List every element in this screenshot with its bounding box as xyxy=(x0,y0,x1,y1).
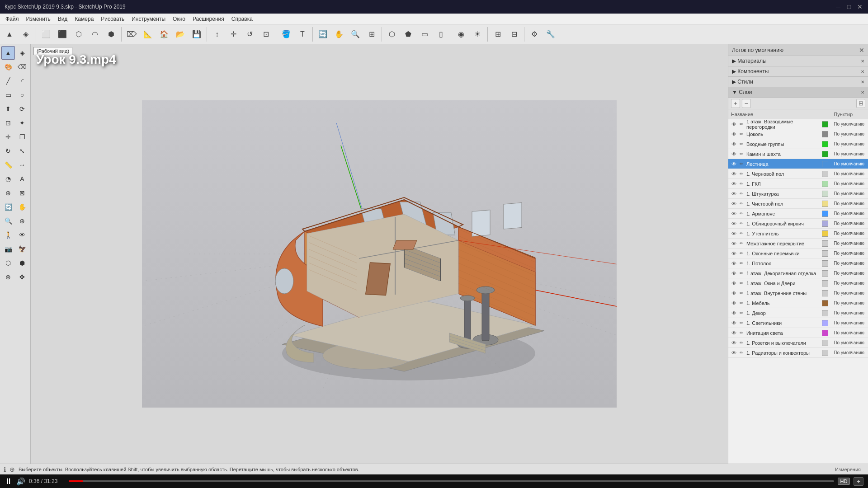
delete-layer-button[interactable]: – xyxy=(742,99,751,108)
layer-row[interactable]: 👁 ✏ Камин и шахта По умолчанию xyxy=(728,149,868,159)
circle-tool-button[interactable]: ⬡ xyxy=(71,27,86,42)
menu-item-окно[interactable]: Окно xyxy=(169,15,189,23)
minimize-button[interactable]: ─ xyxy=(835,3,842,10)
layer-color-swatch[interactable] xyxy=(822,350,828,356)
layer-visibility-icon[interactable]: 👁 xyxy=(730,310,737,317)
layer-visibility-icon[interactable]: 👁 xyxy=(730,339,737,347)
layer-visibility-icon[interactable]: 👁 xyxy=(730,260,737,267)
paint-bucket-button[interactable]: 🪣 xyxy=(278,27,294,42)
layer-visibility-icon[interactable]: 👁 xyxy=(730,150,737,158)
layer-color-swatch[interactable] xyxy=(822,290,828,296)
layer-color-swatch[interactable] xyxy=(822,171,828,177)
layer-color-swatch[interactable] xyxy=(822,181,828,187)
menu-item-рисовать[interactable]: Рисовать xyxy=(97,15,128,23)
view-right-button[interactable]: ▯ xyxy=(433,27,448,42)
view-front-button[interactable]: ▭ xyxy=(417,27,432,42)
rectangle-tool-button[interactable]: ⬛ xyxy=(55,27,70,42)
arc-tool-button[interactable]: ◠ xyxy=(87,27,103,42)
circle-tool[interactable]: ○ xyxy=(15,88,29,102)
layer-row[interactable]: 👁 ✏ Лестница По умолчанию xyxy=(728,159,868,169)
layer-row[interactable]: 👁 ✏ 1. Радиаторы и конвекторы По умолчан… xyxy=(728,348,868,358)
layer-row[interactable]: 👁 ✏ 1 этаж. Внутренние стены По умолчани… xyxy=(728,288,868,298)
select-tool[interactable]: ▲ xyxy=(1,46,15,60)
layer-visibility-icon[interactable]: 👁 xyxy=(730,121,737,128)
axis-tool[interactable]: ⊕ xyxy=(1,186,15,200)
components-header[interactable]: ▶ Компоненты ✕ xyxy=(728,66,868,76)
view-top-button[interactable]: ⬟ xyxy=(401,27,416,42)
tape-measure-tool[interactable]: 📏 xyxy=(1,158,15,172)
polygon-tool-button[interactable]: ⬢ xyxy=(104,27,119,42)
paint-tool[interactable]: 🎨 xyxy=(1,60,15,74)
add-layer-button[interactable]: + xyxy=(731,99,740,108)
push-pull-tool[interactable]: ⬆ xyxy=(1,102,15,116)
layer-visibility-icon[interactable]: 👁 xyxy=(730,210,737,217)
view-iso-button[interactable]: ⬡ xyxy=(384,27,400,42)
layer-color-swatch[interactable] xyxy=(822,191,828,197)
open-button[interactable]: 📂 xyxy=(173,27,188,42)
drape-tool[interactable]: ⬢ xyxy=(15,256,29,270)
layer-color-swatch[interactable] xyxy=(822,250,828,257)
home-button[interactable]: 🏠 xyxy=(156,27,172,42)
layer-visibility-icon[interactable]: 👁 xyxy=(730,270,737,277)
layer-color-swatch[interactable] xyxy=(822,161,828,167)
menu-item-камера[interactable]: Камера xyxy=(71,15,97,23)
push-pull-button[interactable]: ↕ xyxy=(209,27,225,42)
layer-visibility-icon[interactable]: 👁 xyxy=(730,300,737,307)
layer-row[interactable]: 👁 ✏ 1 этаж. Возводимые перегородки По ум… xyxy=(728,119,868,129)
components-close-icon[interactable]: ✕ xyxy=(861,69,864,74)
layer-color-swatch[interactable] xyxy=(822,201,828,207)
layer-visibility-icon[interactable]: 👁 xyxy=(730,250,737,257)
section-fill-button[interactable]: ⊟ xyxy=(506,27,522,42)
layer-row[interactable]: 👁 ✏ Цоколь По умолчанию xyxy=(728,129,868,139)
viewport[interactable]: (Рабочий вид) xyxy=(31,44,728,464)
volume-button[interactable]: 🔊 xyxy=(16,477,25,486)
layers-header[interactable]: ▼ Слои ✕ xyxy=(728,87,868,97)
select-tool-button[interactable]: ▲ xyxy=(2,27,17,42)
eraser-tool-button[interactable]: ⌦ xyxy=(124,27,139,42)
text-button[interactable]: T xyxy=(295,27,310,42)
sandbox-from-scratch-tool[interactable]: ⬡ xyxy=(1,256,15,270)
layer-visibility-icon[interactable]: 👁 xyxy=(730,160,737,168)
layer-visibility-icon[interactable]: 👁 xyxy=(730,280,737,287)
layer-row[interactable]: 👁 ✏ Входные группы По умолчанию xyxy=(728,139,868,149)
layer-row[interactable]: 👁 ✏ 1. Оконные перемычки По умолчанию xyxy=(728,249,868,258)
layer-visibility-icon[interactable]: 👁 xyxy=(730,230,737,237)
menu-item-расширения[interactable]: Расширения xyxy=(189,15,228,23)
menu-item-изменить[interactable]: Изменить xyxy=(23,15,54,23)
layer-row[interactable]: 👁 ✏ 1. Декор По умолчанию xyxy=(728,308,868,318)
dimension-tool[interactable]: ↔ xyxy=(15,158,29,172)
save-button[interactable]: 💾 xyxy=(189,27,204,42)
follow-me-tool[interactable]: ⟳ xyxy=(15,102,29,116)
protractor-tool[interactable]: ◔ xyxy=(1,172,15,186)
layer-visibility-icon[interactable]: 👁 xyxy=(730,329,737,337)
copy-tool[interactable]: ❐ xyxy=(15,130,29,144)
layer-color-swatch[interactable] xyxy=(822,131,828,137)
scale-button[interactable]: ⊡ xyxy=(258,27,274,42)
layer-visibility-icon[interactable]: 👁 xyxy=(730,170,737,178)
layer-color-swatch[interactable] xyxy=(822,300,828,306)
progress-bar[interactable] xyxy=(69,480,834,482)
layer-row[interactable]: 👁 ✏ 1. ГКЛ По умолчанию xyxy=(728,179,868,189)
layer-row[interactable]: 👁 ✏ 1 этаж. Декоративная отделка По умол… xyxy=(728,268,868,278)
layer-color-swatch[interactable] xyxy=(822,221,828,227)
line-tool-button[interactable]: ⬜ xyxy=(38,27,54,42)
layer-color-swatch[interactable] xyxy=(822,320,828,326)
menu-item-файл[interactable]: Файл xyxy=(2,15,23,23)
zoom-window-tool[interactable]: ⊕ xyxy=(15,214,29,228)
walk-tool[interactable]: 🚶 xyxy=(1,228,15,242)
layer-visibility-icon[interactable]: 👁 xyxy=(730,200,737,207)
add-detail-tool[interactable]: ✤ xyxy=(15,270,29,284)
xray-button[interactable]: ◉ xyxy=(453,27,469,42)
layer-color-swatch[interactable] xyxy=(822,280,828,286)
layer-row[interactable]: 👁 ✏ 1. Облицовочный кирпич По умолчанию xyxy=(728,219,868,229)
arc-tool[interactable]: ◜ xyxy=(15,74,29,88)
line-tool[interactable]: ╱ xyxy=(1,74,15,88)
materials-close-icon[interactable]: ✕ xyxy=(861,59,864,64)
menu-item-справка[interactable]: Справка xyxy=(228,15,256,23)
layer-visibility-icon[interactable]: 👁 xyxy=(730,180,737,188)
layer-row[interactable]: 👁 ✏ 1. Армопояс По умолчанию xyxy=(728,209,868,219)
layer-color-swatch[interactable] xyxy=(822,211,828,217)
text-tool[interactable]: A xyxy=(15,172,29,186)
materials-header[interactable]: ▶ Материалы ✕ xyxy=(728,56,868,66)
menu-item-вид[interactable]: Вид xyxy=(54,15,71,23)
